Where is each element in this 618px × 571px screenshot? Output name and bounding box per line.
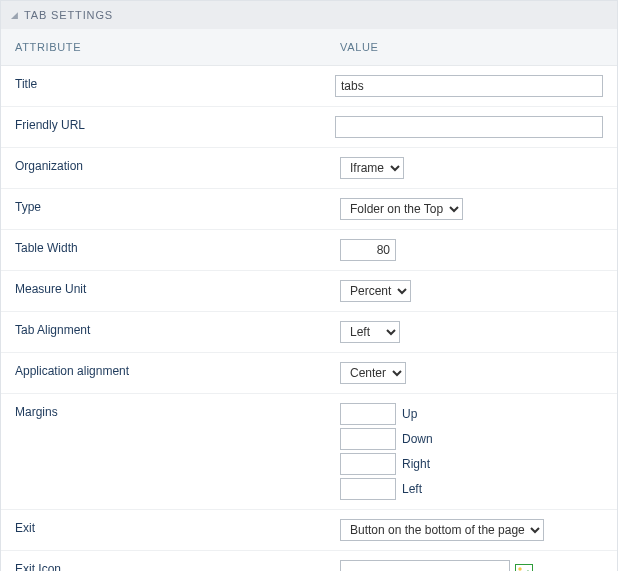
svg-rect-0 bbox=[516, 564, 533, 571]
tab-settings-panel: ◢ TAB SETTINGS ATTRIBUTE VALUE Title Fri… bbox=[0, 0, 618, 571]
row-measure-unit: Measure Unit Percent bbox=[1, 271, 617, 312]
tab-alignment-select[interactable]: Left bbox=[340, 321, 400, 343]
svg-point-1 bbox=[518, 567, 521, 570]
column-attribute-header: ATTRIBUTE bbox=[1, 29, 326, 65]
label-margin-down: Down bbox=[402, 432, 433, 446]
title-input[interactable] bbox=[335, 75, 603, 97]
label-organization: Organization bbox=[1, 157, 326, 175]
label-title: Title bbox=[1, 75, 321, 93]
type-select[interactable]: Folder on the Top bbox=[340, 198, 463, 220]
row-organization: Organization Iframe bbox=[1, 148, 617, 189]
row-exit: Exit Button on the bottom of the page bbox=[1, 510, 617, 551]
app-alignment-select[interactable]: Center bbox=[340, 362, 406, 384]
row-friendly-url: Friendly URL bbox=[1, 107, 617, 148]
image-picker-icon[interactable] bbox=[515, 563, 533, 571]
measure-unit-select[interactable]: Percent bbox=[340, 280, 411, 302]
collapse-toggle-icon: ◢ bbox=[11, 10, 19, 20]
label-margin-up: Up bbox=[402, 407, 417, 421]
friendly-url-input[interactable] bbox=[335, 116, 603, 138]
label-measure-unit: Measure Unit bbox=[1, 280, 326, 298]
label-margin-left: Left bbox=[402, 482, 422, 496]
label-table-width: Table Width bbox=[1, 239, 326, 257]
label-margins: Margins bbox=[1, 403, 326, 421]
settings-rows: Title Friendly URL Organization Iframe T… bbox=[1, 66, 617, 571]
exit-select[interactable]: Button on the bottom of the page bbox=[340, 519, 544, 541]
margin-right-input[interactable] bbox=[340, 453, 396, 475]
margin-up-input[interactable] bbox=[340, 403, 396, 425]
label-tab-alignment: Tab Alignment bbox=[1, 321, 326, 339]
table-width-input[interactable] bbox=[340, 239, 396, 261]
column-value-header: VALUE bbox=[326, 29, 617, 65]
row-app-alignment: Application alignment Center bbox=[1, 353, 617, 394]
row-tab-alignment: Tab Alignment Left bbox=[1, 312, 617, 353]
row-table-width: Table Width bbox=[1, 230, 617, 271]
label-type: Type bbox=[1, 198, 326, 216]
row-type: Type Folder on the Top bbox=[1, 189, 617, 230]
exit-icon-input[interactable] bbox=[340, 560, 510, 571]
organization-select[interactable]: Iframe bbox=[340, 157, 404, 179]
label-app-alignment: Application alignment bbox=[1, 362, 326, 380]
label-friendly-url: Friendly URL bbox=[1, 116, 321, 134]
margin-left-input[interactable] bbox=[340, 478, 396, 500]
row-exit-icon: Exit Icon bbox=[1, 551, 617, 571]
label-exit: Exit bbox=[1, 519, 326, 537]
label-margin-right: Right bbox=[402, 457, 430, 471]
panel-title: TAB SETTINGS bbox=[24, 9, 113, 21]
row-title: Title bbox=[1, 66, 617, 107]
label-exit-icon: Exit Icon bbox=[1, 560, 326, 571]
margin-down-input[interactable] bbox=[340, 428, 396, 450]
row-margins: Margins Up Down Right Left bbox=[1, 394, 617, 510]
columns-header: ATTRIBUTE VALUE bbox=[1, 29, 617, 66]
panel-header[interactable]: ◢ TAB SETTINGS bbox=[1, 1, 617, 29]
